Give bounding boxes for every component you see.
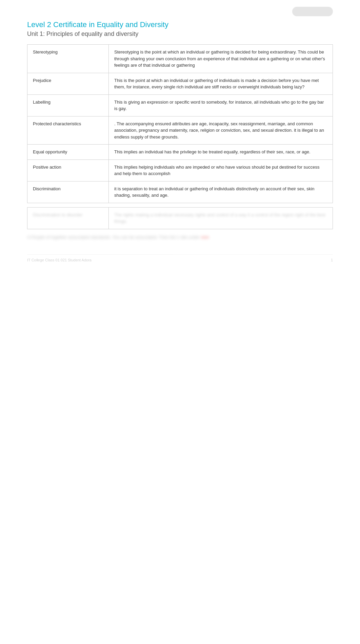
term-cell: Equal opportunity [27,145,109,160]
main-table: StereotypingStereotyping is the point at… [27,44,333,203]
title-line1: Level 2 Certificate in Equality and Dive… [27,20,333,29]
blurred-def: The rights making a individual necessary… [109,207,333,229]
blurred-term: Discrimination to disorder [27,207,109,229]
term-cell: Positive action [27,159,109,181]
title-line2: Unit 1: Principles of equality and diver… [27,30,333,38]
page-container: Level 2 Certificate in Equality and Dive… [0,0,360,279]
term-cell: Prejudice [27,73,109,94]
table-row: Discriminationit is separation to treat … [27,181,333,203]
bottom-note: A People of together associated standard… [27,234,333,241]
def-cell: Stereotyping is the point at which an in… [109,45,333,73]
table-row: LabellingThis is giving an expression or… [27,94,333,116]
logo [292,7,333,16]
table-row: StereotypingStereotyping is the point at… [27,45,333,73]
def-cell: it is separation to treat an individual … [109,181,333,203]
footer-bar: IT College Class 01 021 Student Adora 1 [27,254,333,265]
table-row-blurred: Discrimination to disorder The rights ma… [27,207,333,229]
footer-left: IT College Class 01 021 Student Adora [27,258,92,262]
def-cell: This implies an individual has the privi… [109,145,333,160]
term-cell: Discrimination [27,181,109,203]
footer-right: 1 [331,258,333,262]
def-cell: This implies helping individuals who are… [109,159,333,181]
table-row: Protected characteristics. The accompany… [27,116,333,145]
table-row: PrejudiceThis is the point at which an i… [27,73,333,94]
table-row: Equal opportunity This implies an indivi… [27,145,333,160]
def-cell: . The accompanying ensured attributes ar… [109,116,333,145]
term-cell: Labelling [27,94,109,116]
def-cell: This is the point at which an individual… [109,73,333,94]
blurred-section: Discrimination to disorder The rights ma… [27,207,333,241]
def-cell: This is giving an expression or specific… [109,94,333,116]
blurred-table: Discrimination to disorder The rights ma… [27,207,333,229]
table-row: Positive actionThis implies helping indi… [27,159,333,181]
term-cell: Protected characteristics [27,116,109,145]
header-section: Level 2 Certificate in Equality and Dive… [27,20,333,38]
term-cell: Stereotyping [27,45,109,73]
